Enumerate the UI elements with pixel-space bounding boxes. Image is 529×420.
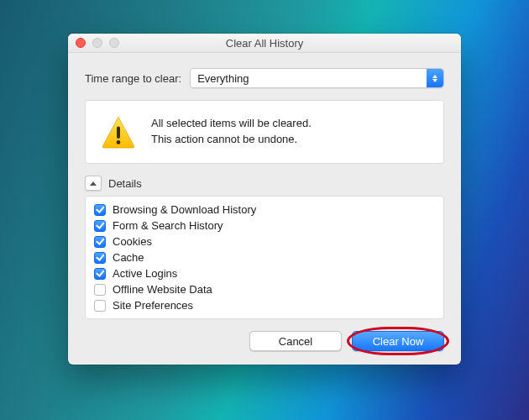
select-arrows-icon [427, 69, 443, 87]
checkbox-row[interactable]: Active Logins [89, 265, 440, 281]
checkbox-row[interactable]: Cache [89, 249, 440, 265]
checkbox-row[interactable]: Cookies [89, 234, 440, 249]
warning-text: All selected items will be cleared. This… [151, 116, 312, 148]
svg-point-1 [117, 140, 121, 144]
svg-rect-0 [117, 126, 120, 138]
titlebar: Clear All History [68, 34, 461, 53]
time-range-row: Time range to clear: Everything [85, 68, 444, 88]
disclosure-triangle-icon[interactable] [85, 176, 102, 191]
button-row: Cancel Clear Now [85, 331, 444, 351]
checkbox-row[interactable]: Offline Website Data [89, 281, 440, 297]
checkbox-label: Cache [113, 251, 144, 264]
checkbox-row[interactable]: Form & Search History [89, 218, 440, 234]
checkbox-icon[interactable] [94, 284, 106, 296]
checkbox-icon[interactable] [94, 300, 106, 312]
checkbox-label: Form & Search History [113, 219, 223, 232]
warning-line-1: All selected items will be cleared. [151, 116, 312, 132]
checkbox-label: Active Logins [113, 267, 177, 280]
dialog-window: Clear All History Time range to clear: E… [68, 34, 461, 365]
time-range-label: Time range to clear: [85, 72, 181, 85]
checkbox-icon[interactable] [94, 204, 106, 216]
checkbox-label: Site Preferences [113, 299, 193, 312]
time-range-value: Everything [197, 72, 249, 85]
checkbox-icon[interactable] [94, 236, 106, 248]
clear-now-button[interactable]: Clear Now [352, 331, 444, 351]
details-label: Details [108, 177, 142, 190]
details-header[interactable]: Details [85, 176, 444, 191]
checkbox-label: Browsing & Download History [113, 203, 256, 216]
checkbox-label: Cookies [113, 235, 152, 248]
window-title: Clear All History [68, 37, 461, 50]
close-window-button[interactable] [76, 38, 86, 48]
maximize-window-button [109, 38, 119, 48]
details-list: Browsing & Download HistoryForm & Search… [85, 196, 444, 319]
checkbox-icon[interactable] [94, 220, 106, 232]
checkbox-row[interactable]: Site Preferences [89, 297, 440, 313]
cancel-button[interactable]: Cancel [249, 331, 342, 351]
checkbox-row[interactable]: Browsing & Download History [89, 202, 440, 218]
checkbox-label: Offline Website Data [113, 283, 212, 296]
traffic-lights [68, 38, 119, 48]
desktop-background: Clear All History Time range to clear: E… [0, 0, 529, 420]
warning-box: All selected items will be cleared. This… [85, 100, 444, 164]
minimize-window-button [92, 38, 102, 48]
checkbox-icon[interactable] [94, 252, 106, 264]
dialog-content: Time range to clear: Everything [68, 53, 461, 365]
warning-line-2: This action cannot be undone. [151, 132, 312, 148]
checkbox-icon[interactable] [94, 268, 106, 280]
time-range-select[interactable]: Everything [190, 68, 444, 88]
warning-triangle-icon [101, 114, 136, 150]
clear-now-highlight: Clear Now [352, 331, 444, 351]
